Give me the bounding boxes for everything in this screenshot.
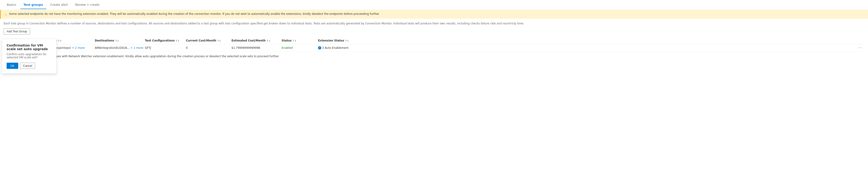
modal-dialog: Confirmation for VM scale set auto upgra… <box>2 39 57 73</box>
table-header: Name↑↓ Sources↑↓ Destinations↑↓ Test Con… <box>4 37 864 44</box>
more-options-button[interactable]: ··· <box>858 46 862 50</box>
row-status-text: Enabled <box>282 46 293 50</box>
row-test-configs: GFTJ <box>145 46 186 50</box>
col-header-current-cost: Current Cost/Month↑↓ <box>186 39 231 42</box>
sort-icon-estimated-cost[interactable]: ↑↓ <box>267 39 271 42</box>
warning-text: Some selected endpoints do not have the … <box>9 12 379 16</box>
sort-icon-test-configs[interactable]: ↑↓ <box>176 39 180 42</box>
sort-icon-ext-status[interactable]: ↑↓ <box>345 39 349 42</box>
modal-actions: OK Cancel <box>7 63 52 69</box>
modal-ok-button[interactable]: OK <box>7 63 18 69</box>
ext-status-label: Auto Enablement <box>325 46 348 50</box>
nw-label: Enable Network watcher extension i <box>4 63 864 66</box>
modal-title: Confirmation for VM scale set auto upgra… <box>7 44 52 51</box>
description-text: Each test group in Connection Monitor de… <box>0 19 868 28</box>
row-actions: ··· <box>858 46 864 50</box>
main-content: Add Test Group Name↑↓ Sources↑↓ Destinat… <box>0 28 868 73</box>
row-sources-more[interactable]: + 2 more <box>72 46 85 50</box>
tab-test-groups[interactable]: Test groups <box>20 1 46 9</box>
col-header-status: Status↑↓ <box>282 39 318 42</box>
row-destinations-more[interactable]: + 1 more <box>130 46 143 50</box>
row-status: Enabled <box>282 46 318 50</box>
modal-cancel-button[interactable]: Cancel <box>20 63 35 69</box>
modal-body: Confirm auto upgradation for selected VM… <box>7 53 52 59</box>
row-current-cost: 0 <box>186 46 231 50</box>
col-header-destinations: Destinations↑↓ <box>95 39 145 42</box>
tab-create-alert[interactable]: Create alert <box>47 1 71 9</box>
ext-status-icon: ℹ <box>318 46 321 50</box>
col-header-estimated-cost: Estimated Cost/Month↑↓ <box>231 39 282 42</box>
warning-icon: ⚠ <box>4 12 7 17</box>
warning-banner: ⚠ Some selected endpoints do not have th… <box>0 10 868 19</box>
row-estimated-cost: $1.79999999999998 <box>231 46 282 50</box>
sort-icon-destinations[interactable]: ↑↓ <box>115 39 119 42</box>
row-destinations: AMAIntegrationEU2EUA... + 1 more <box>95 46 145 50</box>
col-header-ext-status: Extension Status↑↓ <box>318 39 858 42</box>
tab-review-create[interactable]: Review + create <box>72 1 103 9</box>
ext-status-count: 3 <box>322 46 324 50</box>
row-destinations-text: AMAIntegrationEU2EUA... <box>95 46 130 50</box>
network-watcher-section: Enable Network watcher extension i <box>4 61 864 73</box>
sort-icon-sources[interactable]: ↑↓ <box>58 39 62 42</box>
nav-tabs: Basics Test groups Create alert Review +… <box>0 0 868 10</box>
scale-set-warning: ⚠ Selected scale set(s) might have issue… <box>4 52 864 61</box>
table-row: SCFAC Vnet1(anxjaintopo) + 2 more AMAInt… <box>4 44 864 52</box>
sort-icon-current-cost[interactable]: ↑↓ <box>217 39 221 42</box>
col-header-test-configs: Test Configurations↑↓ <box>145 39 186 42</box>
row-ext-status: ℹ 3 Auto Enablement <box>318 46 858 50</box>
add-test-group-button[interactable]: Add Test Group <box>4 28 30 34</box>
sort-icon-status[interactable]: ↑↓ <box>292 39 297 42</box>
tab-basics[interactable]: Basics <box>4 1 19 9</box>
